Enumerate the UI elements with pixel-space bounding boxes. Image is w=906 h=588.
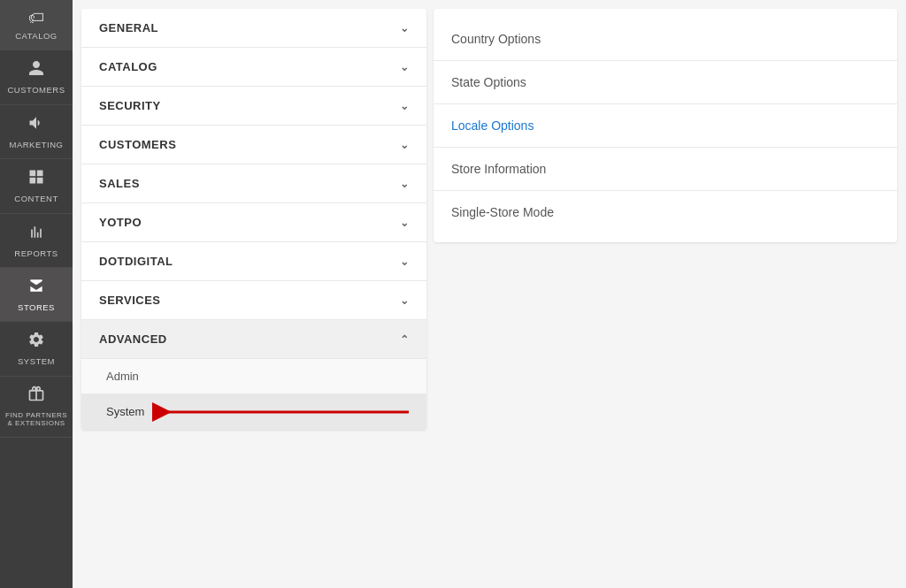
accordion-sub-item-admin[interactable]: Admin (81, 358, 426, 393)
accordion-header-dotdigital[interactable]: DOTDIGITAL ⌄ (81, 242, 426, 280)
red-arrow-annotation (152, 399, 409, 425)
find-partners-icon (27, 386, 45, 408)
accordion-item-catalog: CATALOG ⌄ (81, 48, 426, 87)
accordion-header-security[interactable]: SECURITY ⌄ (81, 87, 426, 125)
accordion-header-sales[interactable]: SALES ⌄ (81, 164, 426, 202)
accordion-item-general: GENERAL ⌄ (81, 9, 426, 48)
accordion-header-yotpo[interactable]: YOTPO ⌄ (81, 203, 426, 241)
sidebar-item-content-label: CONTENT (14, 194, 58, 203)
svg-rect-1 (37, 171, 43, 177)
accordion-panel: GENERAL ⌄ CATALOG ⌄ SECURITY ⌄ CUSTOMERS… (81, 9, 426, 430)
sidebar-item-customers[interactable]: CUSTOMERS (0, 50, 73, 104)
accordion-label-services: SERVICES (99, 294, 161, 307)
stores-icon (27, 277, 45, 299)
accordion-sub-advanced: Admin System (81, 358, 426, 429)
chevron-down-icon: ⌄ (400, 139, 410, 151)
content-icon (27, 168, 45, 190)
accordion-item-customers: CUSTOMERS ⌄ (81, 126, 426, 164)
chevron-down-icon: ⌄ (400, 100, 410, 112)
sidebar-item-find-partners[interactable]: FIND PARTNERS & EXTENSIONS (0, 377, 73, 438)
accordion-label-advanced: ADVANCED (99, 332, 167, 346)
accordion-header-services[interactable]: SERVICES ⌄ (81, 281, 426, 319)
accordion-item-services: SERVICES ⌄ (81, 281, 426, 320)
accordion-item-dotdigital: DOTDIGITAL ⌄ (81, 242, 426, 281)
accordion-label-yotpo: YOTPO (99, 216, 142, 229)
sidebar-item-stores-label: STORES (18, 302, 55, 312)
sidebar-item-content[interactable]: CONTENT (0, 159, 73, 213)
right-panel-item-state-options[interactable]: State Options (434, 61, 897, 104)
accordion-label-dotdigital: DOTDIGITAL (99, 255, 173, 268)
accordion-header-customers[interactable]: CUSTOMERS ⌄ (81, 126, 426, 164)
chevron-down-icon: ⌄ (400, 256, 410, 268)
right-panel-label-country-options: Country Options (451, 32, 541, 46)
accordion-sub-label-admin: Admin (106, 370, 139, 383)
sidebar-item-catalog[interactable]: 🏷 CATALOG (0, 0, 73, 50)
catalog-icon: 🏷 (28, 9, 45, 27)
sidebar-item-catalog-label: CATALOG (15, 31, 58, 41)
accordion-item-security: SECURITY ⌄ (81, 87, 426, 126)
chevron-down-icon: ⌄ (400, 22, 410, 34)
sidebar-item-reports[interactable]: REPORTS (0, 214, 73, 268)
accordion-sub-label-system: System (106, 405, 144, 418)
accordion-header-catalog[interactable]: CATALOG ⌄ (81, 48, 426, 86)
right-panel-label-single-store-mode: Single-Store Mode (451, 205, 554, 219)
right-panel-label-state-options: State Options (451, 75, 526, 89)
chevron-up-icon: ⌃ (400, 333, 410, 346)
right-panel-label-store-information: Store Information (451, 162, 546, 176)
sidebar-item-system[interactable]: SYSTEM (0, 322, 73, 376)
sidebar-item-system-label: SYSTEM (18, 356, 55, 366)
sidebar-item-stores[interactable]: STORES (0, 268, 73, 322)
marketing-icon (27, 114, 45, 136)
svg-rect-2 (30, 178, 36, 184)
accordion-item-advanced: ADVANCED ⌃ Admin System (81, 320, 426, 430)
right-panel-item-single-store-mode[interactable]: Single-Store Mode (434, 191, 897, 233)
chevron-down-icon: ⌄ (400, 61, 410, 73)
reports-icon (27, 223, 45, 245)
accordion-header-general[interactable]: GENERAL ⌄ (81, 9, 426, 47)
sidebar-item-reports-label: REPORTS (14, 248, 58, 258)
right-panel: Country Options State Options Locale Opt… (434, 9, 897, 242)
accordion-item-sales: SALES ⌄ (81, 164, 426, 203)
sidebar-item-marketing-label: MARKETING (10, 140, 64, 149)
chevron-down-icon: ⌄ (400, 294, 410, 307)
right-panel-item-country-options[interactable]: Country Options (434, 18, 897, 61)
customers-icon (27, 59, 45, 81)
chevron-down-icon: ⌄ (400, 178, 410, 190)
right-panel-item-locale-options[interactable]: Locale Options (434, 104, 897, 148)
accordion-header-advanced[interactable]: ADVANCED ⌃ (81, 320, 426, 358)
main-content: GENERAL ⌄ CATALOG ⌄ SECURITY ⌄ CUSTOMERS… (73, 0, 906, 588)
chevron-down-icon: ⌄ (400, 217, 410, 229)
right-panel-item-store-information[interactable]: Store Information (434, 148, 897, 191)
svg-rect-3 (37, 178, 43, 184)
system-icon (27, 331, 45, 353)
sidebar-item-customers-label: CUSTOMERS (7, 85, 65, 95)
accordion-sub-item-system[interactable]: System (81, 393, 426, 429)
accordion-label-customers: CUSTOMERS (99, 138, 176, 151)
accordion-label-general: GENERAL (99, 21, 158, 34)
svg-rect-0 (30, 171, 36, 177)
accordion-label-security: SECURITY (99, 99, 161, 112)
accordion-item-yotpo: YOTPO ⌄ (81, 203, 426, 242)
accordion-label-catalog: CATALOG (99, 60, 157, 73)
sidebar-item-find-partners-label: FIND PARTNERS & EXTENSIONS (4, 411, 69, 428)
sidebar-item-marketing[interactable]: MARKETING (0, 105, 73, 159)
accordion-label-sales: SALES (99, 177, 140, 190)
sidebar: 🏷 CATALOG CUSTOMERS MARKETING CONTENT RE… (0, 0, 73, 588)
right-panel-label-locale-options: Locale Options (451, 118, 534, 133)
